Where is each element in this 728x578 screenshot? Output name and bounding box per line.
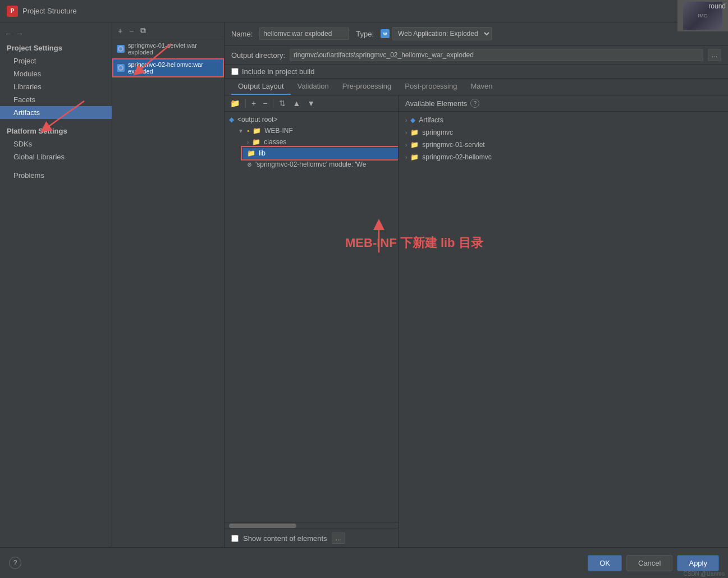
tree-toolbar: 📁 + − ⇅ ▲ ▼ [225,95,398,112]
artifact-panel: + − ⧉ springmvc-01-servlet:war exploded … [112,22,225,547]
available-title: Available Elements [405,99,467,108]
output-dir-input[interactable] [290,49,703,61]
sidebar-item-artifacts[interactable]: Artifacts [0,106,112,119]
name-input[interactable] [259,27,349,40]
springmvc02-chevron: › [405,154,407,160]
browse-button[interactable]: ... [708,49,721,61]
module-icon: ⚙ [247,162,252,168]
type-icon: W [381,29,390,38]
tab-post-processing[interactable]: Post-processing [398,79,464,95]
web-inf-chevron: ▼ [238,128,244,134]
show-content-label: Show content of elements [243,534,327,543]
show-content-button[interactable]: ... [332,533,345,544]
artifact-toolbar: + − ⧉ [112,22,224,39]
sidebar-item-facets[interactable]: Facets [0,93,112,106]
help-icon[interactable]: ? [470,99,479,108]
name-label: Name: [231,30,253,38]
classes-folder-icon: 📁 [252,138,260,146]
lib-folder-icon: 📁 [247,149,255,157]
avail-item-springmvc[interactable]: › 📁 springmvc [399,126,728,139]
title-bar-text: Project Structure [22,7,77,15]
tab-validation[interactable]: Validation [291,79,336,95]
tree-panel: 📁 + − ⇅ ▲ ▼ ◆ <output root> [225,95,399,547]
tree-content: ◆ <output root> ▼ ▪ 📁 WEB-INF › 📁 cl [225,112,398,522]
sidebar-item-problems[interactable]: Problems [0,168,112,183]
artifact-icon-hellomvc [117,64,125,72]
output-dir-label: Output directory: [231,51,285,59]
tree-item-output-root[interactable]: ◆ <output root> [225,114,398,125]
watermark: CSDN @Uanmo [683,571,725,577]
round-label: round [708,2,726,10]
scrollbar-thumb [229,524,296,528]
sidebar-item-global-libraries[interactable]: Global Libraries [0,150,112,163]
name-type-row: Name: Type: W Web Application: Exploded [225,22,728,45]
remove-artifact-button[interactable]: − [127,25,136,36]
sidebar-divider-2 [0,163,112,168]
artifact-icon-servlet [117,45,125,53]
avail-item-springmvc-02[interactable]: › 📁 springmvc-02-hellomvc [399,151,728,163]
tree-item-lib[interactable]: 📁 lib [242,148,398,159]
show-content-checkbox[interactable] [231,535,239,542]
tabs-row: Output Layout Validation Pre-processing … [225,79,728,95]
tree-up-btn[interactable]: ▲ [290,98,303,109]
toolbar-separator [245,99,246,108]
project-settings-label: Project Settings [0,40,112,54]
avail-item-artifacts[interactable]: › ◆ Artifacts [399,114,728,126]
sidebar-item-sdks[interactable]: SDKs [0,137,112,150]
artifact-list: springmvc-01-servlet:war exploded spring… [112,39,224,547]
tab-pre-processing[interactable]: Pre-processing [336,79,398,95]
sidebar-item-project[interactable]: Project [0,54,112,67]
main-layout: ← → Project Settings Project Modules Lib… [0,22,728,547]
tab-output-layout[interactable]: Output Layout [231,79,291,95]
available-panel: Available Elements ? › ◆ Artifacts › 📁 s… [399,95,728,547]
type-select-wrap: W Web Application: Exploded [381,27,492,40]
tree-item-web-inf[interactable]: ▼ ▪ 📁 WEB-INF [233,125,398,136]
tab-maven[interactable]: Maven [464,79,499,95]
type-select[interactable]: Web Application: Exploded [392,27,492,40]
artifact-item-servlet[interactable]: springmvc-01-servlet:war exploded [112,39,224,58]
web-inf-folder-icon: ▪ [247,127,249,135]
sidebar-item-modules[interactable]: Modules [0,67,112,80]
right-panel: Name: Type: W Web Application: Exploded … [225,22,728,547]
tree-sort-btn[interactable]: ⇅ [277,98,288,109]
artifact-item-hellomvc[interactable]: springmvc-02-hellomvc:war exploded [112,58,224,77]
bottom-bar-left: ? [9,557,583,569]
include-label: Include in project build [242,67,314,76]
available-tree: › ◆ Artifacts › 📁 springmvc › 📁 springmv… [399,112,728,547]
tree-remove-btn[interactable]: − [260,98,269,109]
available-header: Available Elements ? [399,95,728,112]
tree-folder-btn[interactable]: 📁 [228,98,242,109]
springmvc02-folder-icon: 📁 [410,153,419,161]
tree-scrollbar[interactable] [225,522,398,529]
bottom-bar: ? OK Cancel Apply [0,547,728,578]
copy-artifact-button[interactable]: ⧉ [138,25,148,36]
show-content-row: Show content of elements ... [225,529,398,547]
cancel-button[interactable]: Cancel [626,555,672,571]
sidebar: ← → Project Settings Project Modules Lib… [0,22,112,547]
forward-arrow[interactable]: → [16,29,24,38]
output-dir-row: Output directory: ... [225,45,728,65]
ok-button[interactable]: OK [588,555,622,571]
tree-item-classes[interactable]: › 📁 classes [242,136,398,148]
add-artifact-button[interactable]: + [116,25,125,36]
type-label: Type: [356,30,374,38]
question-mark-button[interactable]: ? [9,557,21,569]
tree-add-btn[interactable]: + [249,98,258,109]
platform-settings-label: Platform Settings [0,123,112,137]
classes-chevron: › [247,139,249,145]
include-checkbox[interactable] [231,68,239,75]
tree-item-module[interactable]: ⚙ 'springmvc-02-hellomvc' module: 'We [242,159,398,170]
diamond-icon: ◆ [229,116,234,123]
springmvc01-chevron: › [405,142,407,148]
sidebar-divider [0,119,112,123]
apply-button[interactable]: Apply [677,555,719,571]
sidebar-item-libraries[interactable]: Libraries [0,80,112,93]
back-arrow[interactable]: ← [4,29,12,38]
title-bar: P Project Structure [0,0,728,22]
avail-item-springmvc-01[interactable]: › 📁 springmvc-01-servlet [399,139,728,151]
springmvc01-folder-icon: 📁 [410,141,419,149]
tree-down-btn[interactable]: ▼ [305,98,317,109]
artifacts-diamond-icon: ◆ [410,116,415,124]
springmvc-chevron: › [405,130,407,136]
app-icon: P [7,6,18,17]
